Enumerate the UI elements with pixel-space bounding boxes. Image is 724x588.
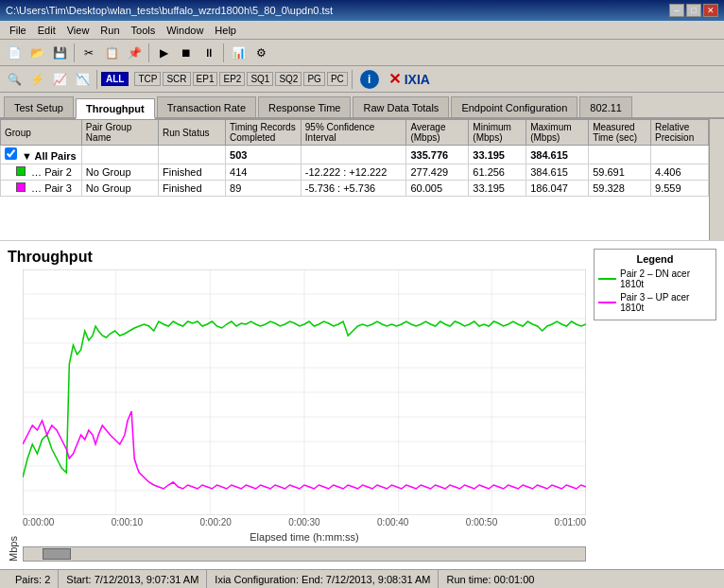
stop-button[interactable]: ⏹ [176, 43, 197, 63]
toolbar1: 📄 📂 💾 ✂ 📋 📌 ▶ ⏹ ⏸ 📊 ⚙ [0, 40, 724, 66]
tabs-container: Test SetupThroughputTransaction RateResp… [0, 93, 724, 119]
chart-title: Throughput [8, 249, 586, 266]
cut-button[interactable]: ✂ [78, 43, 99, 63]
toolbar-tag-ep1[interactable]: EP1 [193, 72, 218, 86]
toolbar2-tags: TCPSCREP1EP2SQ1SQ2PGPC [134, 72, 347, 86]
open-button[interactable]: 📂 [26, 43, 47, 63]
toolbar-tag-pg[interactable]: PG [303, 72, 324, 86]
menu-item-window[interactable]: Window [161, 23, 209, 38]
titlebar-controls: – □ ✕ [669, 4, 718, 17]
main-content: Group Pair GroupName Run Status Timing R… [0, 119, 724, 569]
legend-items: Pair 2 – DN acer 1810t Pair 3 – UP acer … [598, 268, 712, 313]
tab-response-time[interactable]: Response Time [258, 96, 351, 117]
toolbar-tag-scr[interactable]: SCR [163, 72, 190, 86]
col-minimum: Minimum(Mbps) [469, 120, 526, 146]
chart-scrollbar[interactable] [23, 546, 586, 562]
cell-timing: 503 [226, 146, 302, 164]
cell-precision: 9.559 [651, 181, 709, 197]
cell-minimum: 33.195 [469, 146, 526, 164]
menubar: FileEditViewRunToolsWindowHelp [0, 21, 724, 40]
cell-precision [651, 146, 709, 164]
cell-confidence: -5.736 : +5.736 [301, 181, 406, 197]
toolbar-tag-ep2[interactable]: EP2 [219, 72, 245, 86]
toolbar2: 🔍 ⚡ 📈 📉 ALL TCPSCREP1EP2SQ1SQ2PGPCi✕ IXI… [0, 66, 724, 93]
menu-item-file[interactable]: File [4, 23, 32, 38]
new-button[interactable]: 📄 [4, 43, 25, 63]
maximize-button[interactable]: □ [686, 4, 701, 17]
chart-area: Throughput Mbps [0, 241, 724, 569]
legend-box: Legend Pair 2 – DN acer 1810t Pair 3 – U… [594, 249, 716, 320]
expand-checkbox[interactable] [5, 147, 17, 160]
cell-confidence: -12.222 : +12.222 [301, 164, 406, 181]
tb2-btn2[interactable]: ⚡ [26, 69, 47, 90]
tab-802.11[interactable]: 802.11 [579, 96, 632, 117]
menu-item-help[interactable]: Help [209, 23, 242, 38]
table-header-row: Group Pair GroupName Run Status Timing R… [1, 120, 709, 146]
all-badge[interactable]: ALL [101, 72, 129, 86]
info-button[interactable]: i [360, 70, 379, 89]
cell-maximum: 384.615 [526, 146, 589, 164]
col-relative-precision: RelativePrecision [651, 120, 709, 146]
paste-button[interactable]: 📌 [124, 43, 145, 63]
separator2 [148, 43, 149, 62]
col-maximum: Maximum(Mbps) [526, 120, 589, 146]
toolbar-tag-sq2[interactable]: SQ2 [275, 72, 302, 86]
close-button[interactable]: ✕ [703, 4, 718, 17]
ixia-x-icon: ✕ [388, 71, 401, 87]
legend-item-label: Pair 3 – UP acer 1810t [620, 292, 712, 313]
run-button[interactable]: ▶ [153, 43, 174, 63]
color-indicator [16, 166, 26, 176]
title-text: C:\Users\Tim\Desktop\wlan_tests\buffalo_… [6, 5, 333, 16]
toolbar-tag-tcp[interactable]: TCP [134, 72, 161, 86]
legend-line [598, 302, 616, 303]
cell-group: … Pair 2 [1, 164, 82, 181]
settings-button[interactable]: ⚙ [250, 43, 271, 63]
tab-endpoint-configuration[interactable]: Endpoint Configuration [451, 96, 577, 117]
cell-maximum: 186.047 [526, 181, 589, 197]
status-runtime: Run time: 00:01:00 [439, 570, 542, 588]
tab-test-setup[interactable]: Test Setup [4, 96, 74, 117]
save-button[interactable]: 💾 [49, 43, 70, 63]
statusbar: Pairs: 2 Start: 7/12/2013, 9:07:31 AM Ix… [0, 569, 724, 588]
cell-average: 335.776 [406, 146, 469, 164]
tab-throughput[interactable]: Throughput [76, 98, 155, 119]
cell-maximum: 384.615 [526, 164, 589, 181]
cell-run-status: Finished [159, 181, 226, 197]
menu-item-edit[interactable]: Edit [32, 23, 61, 38]
menu-item-run[interactable]: Run [95, 23, 125, 38]
minimize-button[interactable]: – [669, 4, 684, 17]
tb2-btn3[interactable]: 📈 [49, 69, 70, 90]
chart-container: Throughput Mbps [8, 249, 586, 562]
status-pairs: Pairs: 2 [8, 570, 59, 588]
col-pair-group: Pair GroupName [81, 120, 158, 146]
cell-group: ▼ All Pairs [1, 146, 82, 164]
toolbar-tag-pc[interactable]: PC [327, 72, 348, 86]
pause-button[interactable]: ⏸ [198, 43, 219, 63]
cell-minimum: 33.195 [469, 181, 526, 197]
chart-button[interactable]: 📊 [228, 43, 249, 63]
toolbar-tag-sq1[interactable]: SQ1 [247, 72, 273, 86]
tb2-btn1[interactable]: 🔍 [4, 69, 25, 90]
tab-raw-data-totals[interactable]: Raw Data Totals [353, 96, 449, 117]
menu-item-view[interactable]: View [61, 23, 95, 38]
legend-line [598, 278, 616, 280]
cell-confidence [301, 146, 406, 164]
legend-item: Pair 3 – UP acer 1810t [598, 292, 712, 313]
separator-ixia [352, 70, 353, 89]
x-axis-ticks: 0:00:00 0:00:10 0:00:20 0:00:30 0:00:40 … [23, 517, 586, 529]
cell-minimum: 61.256 [469, 164, 526, 181]
table-scrollbar-v[interactable] [709, 119, 724, 240]
chart-svg: 409.50 360.00 320.00 280.00 240.00 200.0… [23, 269, 586, 515]
menu-item-tools[interactable]: Tools [126, 23, 162, 38]
cell-average: 60.005 [406, 181, 469, 197]
table-row: ▼ All Pairs 503 335.776 33.195 384.615 [1, 146, 709, 164]
tab-transaction-rate[interactable]: Transaction Rate [157, 96, 256, 117]
cell-run-status: Finished [159, 164, 226, 181]
chart-wrap: Mbps [8, 269, 586, 562]
col-group: Group [1, 120, 82, 146]
cell-group: … Pair 3 [1, 181, 82, 197]
table-area: Group Pair GroupName Run Status Timing R… [0, 119, 724, 241]
copy-button[interactable]: 📋 [101, 43, 122, 63]
scrollbar-thumb[interactable] [43, 548, 71, 560]
tb2-btn4[interactable]: 📉 [72, 69, 93, 90]
